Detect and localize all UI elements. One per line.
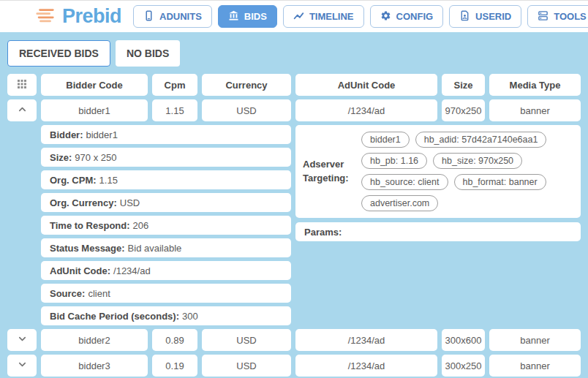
detail-field-size: Size: 970 x 250 <box>41 148 291 167</box>
cpm-cell: 0.19 <box>152 355 197 377</box>
column-header-cpm: Cpm <box>152 74 197 96</box>
prebid-lines-icon <box>35 7 56 27</box>
top-navbar: Prebid ADUNITS BIDS <box>0 0 588 32</box>
expand-row-button[interactable] <box>7 355 37 377</box>
chevron-down-icon <box>18 360 27 371</box>
chevron-up-icon <box>18 105 27 116</box>
nav-userid-label: USERID <box>475 11 511 22</box>
nav-config-button[interactable]: CONFIG <box>370 5 444 28</box>
nav-tools-button[interactable]: TOOLS <box>527 5 588 28</box>
table-row: bidder3 0.19 USD /1234/ad 300x250 banner <box>7 355 581 377</box>
chevron-down-icon <box>18 334 27 346</box>
detail-value: USD <box>120 197 140 208</box>
nav-userid-button[interactable]: USERID <box>449 5 521 28</box>
detail-value: 300 <box>182 311 198 322</box>
size-cell: 970x250 <box>442 99 485 121</box>
detail-value: /1234/ad <box>113 265 151 276</box>
tab-received-bids[interactable]: RECEIVED BIDS <box>7 40 110 67</box>
grid-handle-icon <box>17 79 27 91</box>
detail-label: Bidder: <box>50 129 83 140</box>
detail-label: Size: <box>50 152 72 163</box>
main-nav: ADUNITS BIDS TIMELINE <box>133 5 588 28</box>
detail-value: 1.15 <box>99 175 118 186</box>
nav-timeline-label: TIMELINE <box>309 11 354 22</box>
prebid-logo: Prebid <box>35 5 121 28</box>
targeting-chip: hb_adid: 57d42a7140e6aa1 <box>415 132 547 148</box>
nav-bids-button[interactable]: BIDS <box>218 5 277 28</box>
cpm-cell: 0.89 <box>152 329 197 351</box>
tab-no-bids[interactable]: NO BIDS <box>116 40 180 67</box>
bid-details-panel: Bidder: bidder1 Size: 970 x 250 Org. CPM… <box>7 125 581 325</box>
bid-details-fields: Bidder: bidder1 Size: 970 x 250 Org. CPM… <box>41 125 291 325</box>
media-type-cell: banner <box>489 355 581 377</box>
collapse-row-button[interactable] <box>7 99 37 121</box>
bids-panel: RECEIVED BIDS NO BIDS Bidder Code Cpm Cu… <box>0 32 588 377</box>
bidder-code-cell: bidder2 <box>41 329 148 351</box>
bidder-code-cell: bidder1 <box>41 99 148 121</box>
detail-label: Time to Respond: <box>50 220 130 231</box>
media-type-cell: banner <box>489 99 581 121</box>
line-chart-icon <box>293 10 304 23</box>
cpm-cell: 1.15 <box>152 99 197 121</box>
size-cell: 300x250 <box>442 355 485 377</box>
column-header-media-type: Media Type <box>489 74 581 96</box>
detail-value: 970 x 250 <box>75 152 116 163</box>
nav-bids-label: BIDS <box>244 11 267 22</box>
bidder-code-cell: bidder3 <box>41 355 148 377</box>
targeting-chip: hb_pb: 1.16 <box>361 153 427 169</box>
detail-field-org-currency: Org. Currency: USD <box>41 193 291 212</box>
params-label: Params: <box>304 227 342 238</box>
nav-config-label: CONFIG <box>396 11 434 22</box>
adserver-targeting-box: Adserver Targeting: bidder1 hb_adid: 57d… <box>295 125 581 218</box>
expand-row-button[interactable] <box>7 329 37 351</box>
detail-value: client <box>88 288 110 299</box>
currency-cell: USD <box>202 329 291 351</box>
currency-cell: USD <box>202 355 291 377</box>
bid-details-targeting: Adserver Targeting: bidder1 hb_adid: 57d… <box>295 125 581 325</box>
detail-field-adunit-code: AdUnit Code: /1234/ad <box>41 261 291 280</box>
currency-cell: USD <box>202 99 291 121</box>
table-row: bidder2 0.89 USD /1234/ad 300x600 banner <box>7 329 581 351</box>
column-options-button[interactable] <box>7 74 37 96</box>
targeting-chip: bidder1 <box>361 132 410 148</box>
logo-text: Prebid <box>62 5 121 28</box>
nav-adunits-label: ADUNITS <box>159 11 202 22</box>
detail-field-bid-cache-period: Bid Cache Period (seconds): 300 <box>41 306 291 325</box>
detail-value: 206 <box>133 220 149 231</box>
detail-field-org-cpm: Org. CPM: 1.15 <box>41 170 291 189</box>
adunit-code-cell: /1234/ad <box>295 355 437 377</box>
adunit-code-cell: /1234/ad <box>295 329 437 351</box>
gear-icon <box>380 10 391 23</box>
detail-label: Bid Cache Period (seconds): <box>50 311 179 322</box>
column-header-bidder-code: Bidder Code <box>41 74 148 96</box>
bids-tabs: RECEIVED BIDS NO BIDS <box>7 40 581 67</box>
adserver-targeting-label: Adserver Targeting: <box>303 158 354 184</box>
params-box: Params: <box>295 222 581 241</box>
adunit-code-cell: /1234/ad <box>295 99 437 121</box>
size-cell: 300x600 <box>442 329 485 351</box>
nav-adunits-button[interactable]: ADUNITS <box>133 5 212 28</box>
column-header-size: Size <box>442 74 485 96</box>
detail-label: Org. CPM: <box>50 175 97 186</box>
nav-tools-label: TOOLS <box>554 11 587 22</box>
server-stack-icon <box>538 10 549 23</box>
targeting-chip: advertiser.com <box>361 195 438 211</box>
column-header-adunit-code: AdUnit Code <box>295 74 437 96</box>
detail-label: Org. Currency: <box>50 197 117 208</box>
detail-field-bidder: Bidder: bidder1 <box>41 125 291 144</box>
column-header-currency: Currency <box>202 74 291 96</box>
detail-field-time-to-respond: Time to Respond: 206 <box>41 216 291 235</box>
detail-label: Source: <box>50 288 85 299</box>
targeting-chips: bidder1 hb_adid: 57d42a7140e6aa1 hb_pb: … <box>361 132 573 211</box>
nav-timeline-button[interactable]: TIMELINE <box>283 5 364 28</box>
detail-field-status-message: Status Message: Bid available <box>41 238 291 257</box>
media-type-cell: banner <box>489 329 581 351</box>
targeting-chip: hb_size: 970x250 <box>433 153 522 169</box>
detail-label: AdUnit Code: <box>50 265 110 276</box>
targeting-chip: hb_format: banner <box>454 174 546 190</box>
smartphone-icon <box>143 10 154 23</box>
table-header-row: Bidder Code Cpm Currency AdUnit Code Siz… <box>7 74 581 96</box>
detail-value: Bid available <box>128 243 182 254</box>
detail-label: Status Message: <box>50 243 125 254</box>
detail-field-source: Source: client <box>41 284 291 303</box>
